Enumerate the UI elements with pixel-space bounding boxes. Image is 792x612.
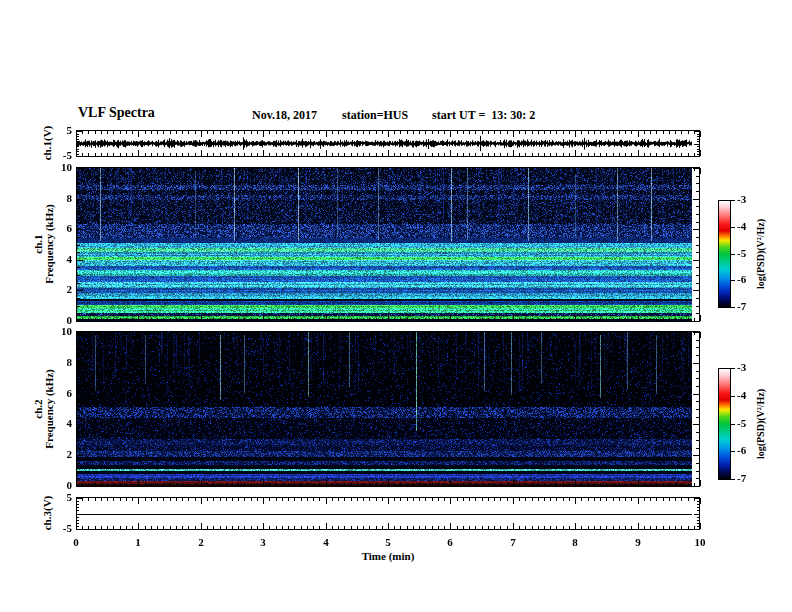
axis-tick — [650, 318, 651, 321]
axis-tick — [77, 501, 79, 502]
axis-tick — [419, 332, 420, 335]
axis-tick — [276, 168, 277, 171]
axis-tick — [644, 332, 645, 335]
axis-tick — [444, 332, 445, 335]
axis-tick — [151, 168, 152, 171]
axis-tick — [182, 318, 183, 321]
axis-tick — [319, 498, 320, 501]
axis-tick — [351, 332, 352, 335]
axis-tick — [151, 498, 152, 501]
axis-tick — [696, 267, 699, 268]
axis-tick — [450, 480, 451, 486]
axis-tick — [138, 498, 139, 504]
axis-tick — [232, 318, 233, 321]
axis-tick — [263, 315, 264, 321]
axis-tick — [151, 318, 152, 321]
colorbar-tick-label: -6 — [737, 444, 759, 456]
axis-tick — [388, 150, 389, 156]
axis-tick — [170, 498, 171, 501]
axis-tick — [269, 498, 270, 501]
axis-tick — [663, 318, 664, 321]
axis-tick — [432, 153, 433, 156]
axis-tick — [357, 131, 358, 134]
axis-tick — [469, 168, 470, 171]
colorbar-ch2 — [718, 368, 731, 480]
axis-tick — [201, 168, 202, 174]
axis-tick — [644, 131, 645, 134]
axis-tick — [500, 498, 501, 501]
axis-tick — [244, 526, 245, 529]
axis-tick — [126, 318, 127, 321]
axis-tick — [388, 315, 389, 321]
axis-tick — [357, 526, 358, 529]
ch1-axis-title-line2: Frequency (kHz) — [44, 204, 55, 284]
axis-tick — [151, 153, 152, 156]
axis-tick — [77, 290, 83, 291]
axis-tick — [575, 332, 576, 338]
axis-tick — [696, 478, 699, 479]
axis-tick — [282, 153, 283, 156]
axis-tick — [519, 131, 520, 134]
time-tick-label: 5 — [376, 536, 400, 548]
axis-tick — [163, 498, 164, 501]
axis-tick — [382, 153, 383, 156]
axis-tick — [696, 378, 699, 379]
axis-tick — [269, 318, 270, 321]
axis-tick — [693, 168, 699, 169]
axis-tick — [693, 424, 699, 425]
axis-tick — [675, 131, 676, 134]
axis-tick — [207, 318, 208, 321]
axis-tick — [538, 332, 539, 335]
axis-tick — [77, 154, 79, 155]
axis-tick — [77, 504, 79, 505]
axis-tick — [132, 498, 133, 501]
axis-tick — [463, 526, 464, 529]
time-tick-label: 4 — [314, 536, 338, 548]
axis-tick — [563, 526, 564, 529]
axis-tick — [669, 153, 670, 156]
axis-tick — [544, 318, 545, 321]
axis-tick — [500, 153, 501, 156]
axis-tick — [313, 131, 314, 134]
axis-tick — [694, 498, 699, 499]
axis-tick — [388, 168, 389, 174]
axis-tick — [213, 526, 214, 529]
axis-tick — [77, 378, 80, 379]
axis-tick — [688, 131, 689, 134]
axis-tick — [220, 483, 221, 486]
axis-tick — [731, 479, 735, 480]
axis-tick — [332, 332, 333, 335]
axis-tick — [569, 483, 570, 486]
axis-tick — [382, 332, 383, 335]
axis-tick — [644, 498, 645, 501]
axis-tick — [432, 498, 433, 501]
axis-tick — [532, 498, 533, 501]
axis-tick — [681, 526, 682, 529]
axis-tick — [581, 483, 582, 486]
axis-tick — [77, 526, 79, 527]
axis-tick — [338, 526, 339, 529]
axis-tick — [638, 523, 639, 529]
axis-tick — [138, 480, 139, 486]
axis-tick — [95, 332, 96, 335]
axis-tick — [669, 318, 670, 321]
axis-tick — [588, 131, 589, 134]
axis-tick — [369, 526, 370, 529]
axis-tick — [77, 136, 79, 137]
axis-tick — [700, 498, 701, 504]
axis-tick — [195, 526, 196, 529]
axis-tick — [326, 150, 327, 156]
axis-tick — [438, 332, 439, 335]
axis-tick — [257, 153, 258, 156]
axis-tick — [656, 318, 657, 321]
axis-tick — [538, 498, 539, 501]
axis-tick — [363, 168, 364, 171]
axis-tick — [263, 498, 264, 504]
axis-tick — [538, 168, 539, 171]
axis-tick — [444, 131, 445, 134]
axis-tick — [232, 526, 233, 529]
axis-tick — [77, 507, 79, 508]
axis-tick — [694, 144, 699, 145]
axis-tick — [619, 526, 620, 529]
axis-tick — [351, 168, 352, 171]
